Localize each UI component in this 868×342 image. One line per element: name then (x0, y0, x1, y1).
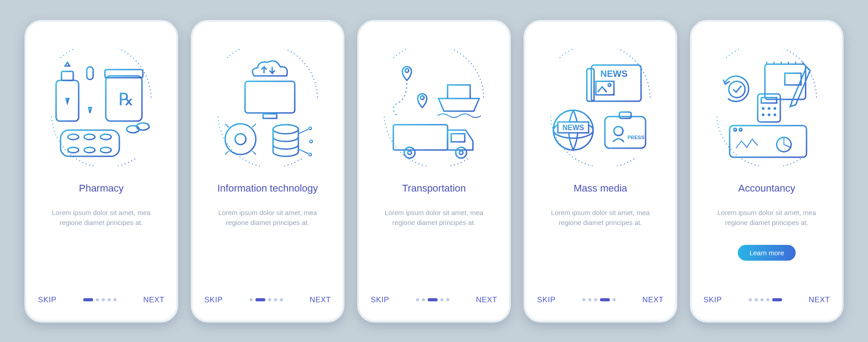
svg-point-85 (734, 128, 736, 131)
screen-title: Mass media (574, 176, 627, 201)
screen-title: Transportation (402, 176, 466, 201)
svg-line-29 (225, 151, 229, 155)
screen-description: Lorem ipsum dolor sit amet, mea regione … (712, 208, 821, 240)
page-indicator (250, 298, 283, 301)
svg-point-35 (310, 140, 312, 143)
svg-point-14 (68, 147, 79, 153)
skip-button[interactable]: SKIP (204, 295, 223, 305)
svg-rect-61 (619, 112, 631, 118)
page-indicator (83, 298, 117, 301)
onboarding-screen-pharmacy: ℞ Pharmacy Lorem ipsum dolor sit amet, m… (24, 20, 178, 323)
screen-description: Lorem ipsum dolor sit amet, mea regione … (47, 208, 156, 240)
svg-point-39 (420, 96, 424, 99)
svg-point-15 (84, 147, 95, 153)
screen-description: Lorem ipsum dolor sit amet, mea regione … (546, 208, 655, 240)
svg-point-11 (68, 134, 79, 140)
svg-rect-55 (587, 69, 594, 101)
svg-point-82 (774, 113, 776, 116)
svg-point-80 (762, 113, 764, 116)
transportation-icon (375, 49, 493, 166)
svg-point-22 (235, 134, 246, 145)
onboarding-screen-it: Information technology Lorem ipsum dolor… (191, 20, 344, 323)
onboarding-nav: SKIP NEXT (38, 295, 165, 305)
onboarding-nav: SKIP NEXT (204, 295, 331, 305)
page-indicator (416, 298, 449, 301)
svg-line-32 (298, 129, 308, 134)
svg-line-28 (252, 124, 256, 127)
svg-line-27 (225, 124, 229, 127)
svg-rect-42 (393, 125, 448, 150)
svg-point-38 (405, 69, 409, 72)
screen-title: Accountancy (738, 176, 795, 201)
svg-point-37 (309, 153, 311, 156)
page-indicator (749, 298, 782, 301)
svg-point-46 (408, 151, 411, 155)
pharmacy-icon: ℞ (42, 49, 160, 166)
massmedia-icon: NEWS NEWS PRESS (542, 49, 659, 166)
it-icon (209, 49, 326, 166)
svg-point-86 (739, 128, 742, 131)
next-button[interactable]: NEXT (143, 295, 165, 305)
onboarding-screen-massmedia: NEWS NEWS PRESS Mass media Lorem ipsum d… (524, 20, 677, 323)
svg-rect-19 (263, 114, 277, 118)
svg-point-8 (137, 123, 149, 130)
svg-point-79 (774, 107, 776, 110)
svg-rect-50 (596, 81, 614, 95)
svg-point-81 (768, 113, 770, 116)
page-indicator (582, 298, 616, 301)
svg-rect-2 (87, 67, 93, 80)
svg-point-78 (768, 107, 770, 110)
skip-button[interactable]: SKIP (537, 295, 556, 305)
svg-point-45 (456, 147, 467, 158)
svg-point-21 (225, 124, 256, 155)
svg-point-77 (762, 107, 764, 110)
screen-description: Lorem ipsum dolor sit amet, mea regione … (213, 208, 322, 240)
svg-text:PRESS: PRESS (627, 135, 644, 140)
onboarding-nav: SKIP NEXT (537, 295, 664, 305)
screen-title: Pharmacy (79, 176, 123, 201)
skip-button[interactable]: SKIP (38, 295, 57, 305)
svg-point-16 (100, 147, 111, 153)
svg-text:℞: ℞ (118, 90, 134, 109)
onboarding-screen-transportation: Transportation Lorem ipsum dolor sit ame… (357, 20, 511, 323)
accountancy-icon (708, 49, 826, 166)
onboarding-screen-accountancy: Accountancy Lorem ipsum dolor sit amet, … (690, 20, 844, 323)
svg-point-13 (100, 134, 111, 140)
skip-button[interactable]: SKIP (703, 295, 722, 305)
svg-point-47 (459, 151, 463, 155)
screen-description: Lorem ipsum dolor sit amet, mea regione … (380, 208, 488, 240)
svg-text:NEWS: NEWS (600, 69, 627, 79)
screen-title: Information technology (217, 176, 318, 201)
svg-point-31 (273, 125, 298, 134)
svg-point-44 (404, 147, 415, 158)
svg-point-51 (608, 84, 611, 86)
svg-rect-43 (451, 134, 465, 142)
onboarding-nav: SKIP NEXT (371, 295, 497, 305)
next-button[interactable]: NEXT (809, 295, 830, 305)
svg-point-66 (729, 81, 745, 98)
onboarding-nav: SKIP NEXT (703, 295, 830, 305)
next-button[interactable]: NEXT (476, 295, 497, 305)
svg-rect-60 (605, 117, 646, 148)
svg-text:NEWS: NEWS (562, 124, 584, 131)
svg-point-62 (614, 126, 623, 136)
svg-rect-1 (61, 71, 73, 80)
svg-line-30 (252, 151, 256, 155)
svg-point-12 (84, 134, 95, 140)
learn-more-button[interactable]: Learn more (738, 245, 796, 261)
svg-line-36 (298, 149, 308, 154)
svg-rect-76 (761, 98, 777, 103)
svg-point-7 (127, 126, 139, 133)
svg-point-33 (309, 127, 311, 130)
next-button[interactable]: NEXT (642, 295, 664, 305)
skip-button[interactable]: SKIP (371, 295, 389, 305)
next-button[interactable]: NEXT (310, 295, 331, 305)
